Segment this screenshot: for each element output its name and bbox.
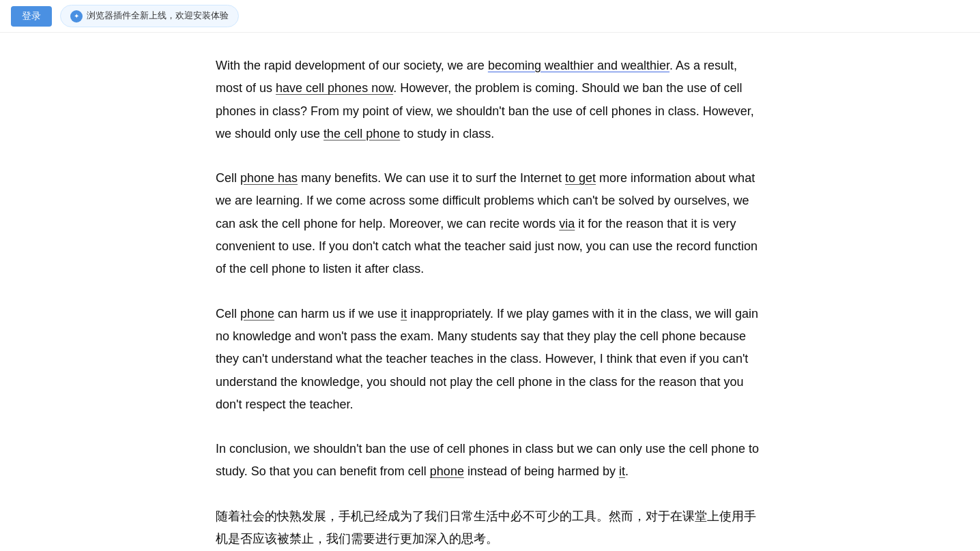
paragraph-p2: Cell phone has many benefits. We can use…	[216, 167, 764, 280]
plugin-icon: ✦	[70, 10, 83, 23]
plugin-notice-banner[interactable]: ✦ 浏览器插件全新上线，欢迎安装体验	[60, 5, 239, 27]
paragraph-p4: In conclusion, we shouldn't ban the use …	[216, 438, 764, 483]
main-content: With the rapid development of our societ…	[183, 33, 797, 551]
paragraph-p3: Cell phone can harm us if we use it inap…	[216, 303, 764, 416]
plugin-notice-text: 浏览器插件全新上线，欢迎安装体验	[87, 8, 229, 24]
paragraph-p5: 随着社会的快熟发展，手机已经成为了我们日常生活中必不可少的工具。然而，对于在课堂…	[216, 505, 764, 551]
topbar: 登录 ✦ 浏览器插件全新上线，欢迎安装体验	[0, 0, 980, 33]
paragraph-p1: With the rapid development of our societ…	[216, 55, 764, 145]
login-button[interactable]: 登录	[11, 6, 52, 27]
